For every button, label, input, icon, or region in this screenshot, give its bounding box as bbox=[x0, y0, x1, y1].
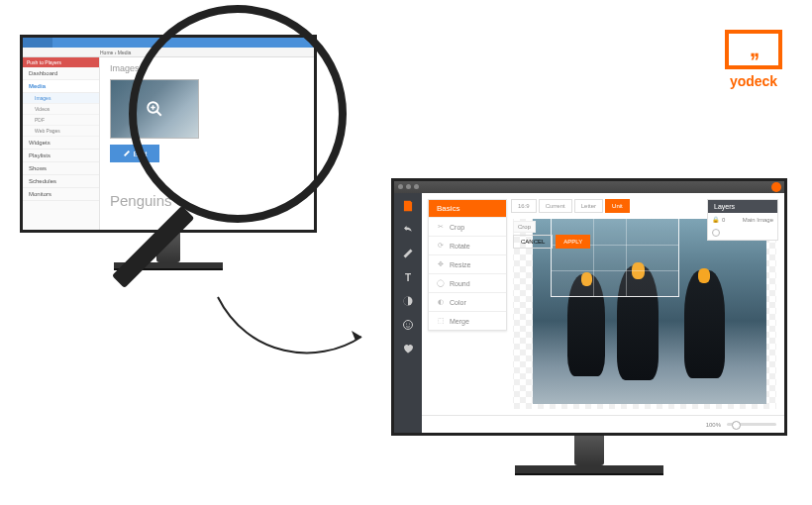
tool-text[interactable]: T bbox=[401, 270, 415, 284]
sidebar-sub-images[interactable]: Images bbox=[23, 93, 99, 104]
crop-mode-label: Crop bbox=[513, 221, 536, 233]
main-image-label: Main Image bbox=[743, 217, 773, 223]
media-name: Penguins bbox=[110, 192, 304, 209]
layers-panel: Layers 🔒 0 Main Image bbox=[707, 199, 778, 241]
opt-16-9[interactable]: 16:9 bbox=[511, 199, 537, 213]
zoom-in-icon bbox=[146, 100, 163, 118]
merge-icon: ⬚ bbox=[437, 317, 445, 325]
action-rotate[interactable]: ⟳Rotate bbox=[429, 236, 506, 254]
basics-panel-header: Basics bbox=[429, 200, 506, 217]
editor-monitor: T Basics ✂Crop ⟳Rotate ✥Resi bbox=[391, 178, 787, 475]
media-thumbnail[interactable] bbox=[110, 79, 199, 139]
action-resize[interactable]: ✥Resize bbox=[429, 254, 506, 273]
lock-icon[interactable]: 🔒 bbox=[712, 216, 719, 223]
tool-sticker[interactable] bbox=[401, 318, 415, 332]
sidebar-item-schedules[interactable]: Schedules bbox=[23, 175, 99, 188]
pencil-icon bbox=[123, 150, 131, 157]
zoom-slider[interactable] bbox=[727, 423, 776, 426]
sidebar-item-playlists[interactable]: Playlists bbox=[23, 150, 99, 162]
window-titlebar bbox=[394, 181, 784, 193]
sidebar-item-media[interactable]: Media bbox=[23, 80, 99, 93]
opt-letter[interactable]: Letter bbox=[574, 199, 603, 213]
tool-undo[interactable] bbox=[401, 223, 415, 237]
edit-button[interactable]: Edit bbox=[110, 145, 159, 162]
opt-current[interactable]: Current bbox=[539, 199, 572, 213]
close-icon[interactable] bbox=[771, 182, 781, 192]
lock-value: 0 bbox=[722, 217, 725, 223]
sidebar-item-dashboard[interactable]: Dashboard bbox=[23, 67, 99, 80]
action-merge[interactable]: ⬚Merge bbox=[429, 311, 506, 330]
sidebar: Push to Players Dashboard Media Images V… bbox=[23, 57, 100, 230]
action-color[interactable]: ◐Color bbox=[429, 292, 506, 311]
svg-point-6 bbox=[406, 324, 407, 325]
sidebar-sub-videos[interactable]: Videos bbox=[23, 104, 99, 115]
flow-arrow-icon bbox=[208, 287, 376, 376]
tool-save[interactable] bbox=[401, 199, 415, 213]
layer-row[interactable] bbox=[708, 226, 777, 240]
crop-selection[interactable] bbox=[551, 218, 679, 297]
round-icon: ◯ bbox=[437, 279, 445, 287]
color-icon: ◐ bbox=[437, 298, 445, 306]
crop-icon: ✂ bbox=[437, 223, 445, 231]
layers-panel-header: Layers bbox=[708, 200, 777, 213]
action-crop[interactable]: ✂Crop bbox=[429, 217, 506, 236]
brand-logo: ,, yodeck bbox=[725, 30, 782, 89]
zoom-value: 100% bbox=[706, 422, 721, 428]
breadcrumb: Home › Media bbox=[23, 48, 314, 57]
editor-toolbar: T bbox=[394, 193, 422, 433]
svg-line-1 bbox=[156, 111, 161, 116]
sidebar-item-monitors[interactable]: Monitors bbox=[23, 188, 99, 201]
sidebar-item-widgets[interactable]: Widgets bbox=[23, 137, 99, 150]
sidebar-item-shows[interactable]: Shows bbox=[23, 162, 99, 175]
basics-panel: Basics ✂Crop ⟳Rotate ✥Resize ◯Round ◐Col… bbox=[428, 199, 507, 331]
svg-point-5 bbox=[404, 321, 413, 330]
layers-controls: 🔒 0 Main Image bbox=[708, 213, 777, 226]
sidebar-sub-pdf[interactable]: PDF bbox=[23, 115, 99, 126]
resize-icon: ✥ bbox=[437, 260, 445, 268]
crop-apply-button[interactable]: APPLY bbox=[556, 235, 590, 249]
tool-heart[interactable] bbox=[401, 342, 415, 355]
aspect-option-bar: 16:9 Current Letter Unit bbox=[511, 199, 630, 213]
edit-button-label: Edit bbox=[134, 150, 148, 158]
page-title: Images bbox=[110, 63, 304, 73]
crop-cancel-button[interactable]: CANCEL bbox=[513, 235, 553, 249]
logo-quotes-icon: ,, bbox=[750, 37, 758, 62]
visibility-toggle-icon[interactable] bbox=[712, 229, 720, 237]
opt-unit[interactable]: Unit bbox=[605, 199, 630, 213]
source-monitor: Home › Media Push to Players Dashboard M… bbox=[20, 35, 317, 270]
app-topbar bbox=[23, 38, 314, 48]
action-round[interactable]: ◯Round bbox=[429, 273, 506, 292]
editor-footer: 100% bbox=[422, 415, 784, 433]
tool-contrast[interactable] bbox=[401, 294, 415, 308]
tool-pencil[interactable] bbox=[401, 247, 415, 260]
rotate-icon: ⟳ bbox=[437, 242, 445, 250]
svg-point-7 bbox=[409, 324, 410, 325]
push-to-players-button[interactable]: Push to Players bbox=[23, 57, 99, 67]
sidebar-sub-webpages[interactable]: Web Pages bbox=[23, 126, 99, 137]
brand-name: yodeck bbox=[725, 73, 782, 89]
